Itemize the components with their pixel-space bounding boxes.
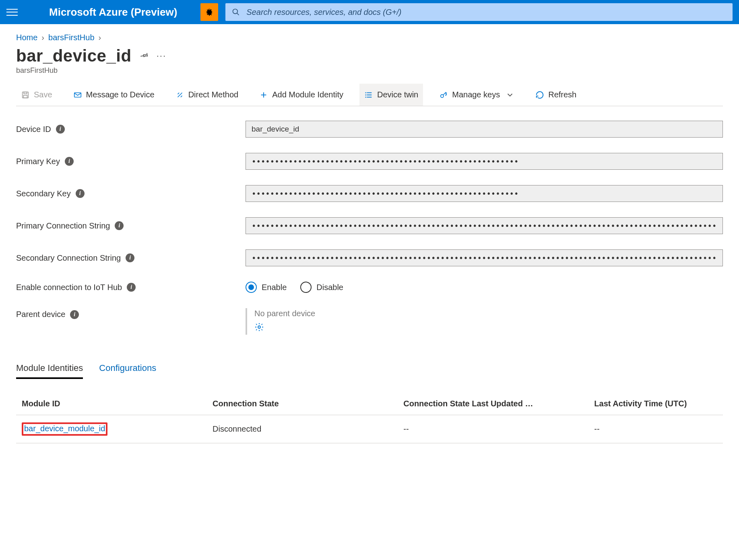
svg-point-13 xyxy=(365,97,366,97)
breadcrumb-hub[interactable]: barsFirstHub xyxy=(48,33,94,42)
cell-last-activity: -- xyxy=(588,415,723,443)
refresh-icon xyxy=(535,91,544,99)
svg-point-11 xyxy=(365,93,366,93)
search-box[interactable] xyxy=(225,3,733,21)
cell-conn-updated: -- xyxy=(398,415,588,443)
bolt-icon xyxy=(175,91,184,99)
col-last-activity[interactable]: Last Activity Time (UTC) xyxy=(588,393,723,415)
module-identities-table: Module ID Connection State Connection St… xyxy=(16,393,723,443)
device-form: Device ID i Primary Key i Secondary Key … xyxy=(16,121,723,335)
save-label: Save xyxy=(34,90,52,99)
breadcrumb-home[interactable]: Home xyxy=(16,33,37,42)
svg-point-12 xyxy=(365,95,366,95)
radio-checked-icon xyxy=(246,282,257,293)
info-icon[interactable]: i xyxy=(56,125,65,134)
parent-device-block: No parent device xyxy=(246,308,723,335)
add-module-identity-button[interactable]: Add Module Identity xyxy=(254,84,348,106)
tab-configurations[interactable]: Configurations xyxy=(99,363,156,379)
search-icon xyxy=(232,8,240,16)
chevron-right-icon: › xyxy=(41,33,44,42)
primary-key-field[interactable] xyxy=(246,153,723,170)
mail-icon xyxy=(73,91,82,99)
svg-point-14 xyxy=(441,95,444,97)
secondary-conn-label: Secondary Connection String xyxy=(16,253,121,263)
table-header-row: Module ID Connection State Connection St… xyxy=(16,393,723,415)
info-icon[interactable]: i xyxy=(65,157,74,166)
breadcrumb: Home › barsFirstHub › xyxy=(16,33,723,42)
message-label: Message to Device xyxy=(86,90,155,99)
device-id-label: Device ID xyxy=(16,125,51,134)
enable-conn-label: Enable connection to IoT Hub xyxy=(16,283,122,292)
tabs: Module Identities Configurations xyxy=(16,363,723,379)
cell-conn-state: Disconnected xyxy=(207,415,398,443)
search-input[interactable] xyxy=(246,7,726,17)
col-conn-state[interactable]: Connection State xyxy=(207,393,398,415)
no-parent-text: No parent device xyxy=(254,309,723,318)
module-id-link[interactable]: bar_device_module_id xyxy=(24,424,105,433)
save-button: Save xyxy=(16,84,57,106)
enable-conn-radio-group: Enable Disable xyxy=(246,282,723,293)
manage-keys-label: Manage keys xyxy=(452,90,500,99)
hamburger-icon[interactable] xyxy=(6,6,18,18)
disable-radio[interactable]: Disable xyxy=(300,282,343,293)
key-icon xyxy=(439,91,448,99)
parent-device-label: Parent device xyxy=(16,310,65,319)
page-subtitle: barsFirstHub xyxy=(16,66,723,75)
command-bar: Save Message to Device Direct Method Add… xyxy=(16,84,723,106)
info-icon[interactable]: i xyxy=(70,310,79,319)
chevron-right-icon: › xyxy=(99,33,101,42)
device-id-field[interactable] xyxy=(246,121,723,138)
col-module-id[interactable]: Module ID xyxy=(16,393,207,415)
table-row[interactable]: bar_device_module_id Disconnected -- -- xyxy=(16,415,723,443)
primary-key-label: Primary Key xyxy=(16,157,60,166)
enable-radio[interactable]: Enable xyxy=(246,282,287,293)
info-icon[interactable]: i xyxy=(127,283,136,292)
direct-method-label: Direct Method xyxy=(188,90,239,99)
gear-icon[interactable] xyxy=(254,322,723,334)
enable-label: Enable xyxy=(262,283,287,292)
primary-conn-field[interactable] xyxy=(246,217,723,234)
top-bar: Microsoft Azure (Preview) xyxy=(0,0,739,24)
info-icon[interactable]: i xyxy=(76,189,85,198)
manage-keys-button[interactable]: Manage keys xyxy=(434,84,519,106)
secondary-conn-field[interactable] xyxy=(246,249,723,266)
svg-line-1 xyxy=(237,13,239,15)
device-twin-label: Device twin xyxy=(377,90,418,99)
svg-point-15 xyxy=(258,326,260,328)
brand-title: Microsoft Azure (Preview) xyxy=(49,6,177,19)
refresh-button[interactable]: Refresh xyxy=(531,84,581,106)
col-conn-updated[interactable]: Connection State Last Updated … xyxy=(398,393,588,415)
plus-icon xyxy=(259,91,268,99)
tab-module-identities[interactable]: Module Identities xyxy=(16,363,83,379)
chevron-down-icon xyxy=(506,91,514,99)
primary-conn-label: Primary Connection String xyxy=(16,221,110,231)
device-twin-button[interactable]: Device twin xyxy=(359,84,423,106)
message-to-device-button[interactable]: Message to Device xyxy=(68,84,159,106)
radio-unchecked-icon xyxy=(300,282,312,293)
highlight-box: bar_device_module_id xyxy=(22,422,107,436)
svg-rect-4 xyxy=(23,95,27,97)
disable-label: Disable xyxy=(316,283,343,292)
secondary-key-label: Secondary Key xyxy=(16,189,71,198)
bug-icon[interactable] xyxy=(200,3,218,21)
svg-point-0 xyxy=(233,9,238,14)
refresh-label: Refresh xyxy=(548,90,576,99)
pin-icon[interactable] xyxy=(140,51,149,62)
secondary-key-field[interactable] xyxy=(246,185,723,202)
save-icon xyxy=(21,91,30,99)
list-icon xyxy=(364,91,373,99)
more-icon[interactable]: ··· xyxy=(157,51,166,61)
info-icon[interactable]: i xyxy=(126,253,134,262)
svg-rect-3 xyxy=(24,92,27,94)
direct-method-button[interactable]: Direct Method xyxy=(171,84,244,106)
info-icon[interactable]: i xyxy=(115,221,124,230)
add-module-label: Add Module Identity xyxy=(272,90,343,99)
page-title: bar_device_id xyxy=(16,46,132,66)
